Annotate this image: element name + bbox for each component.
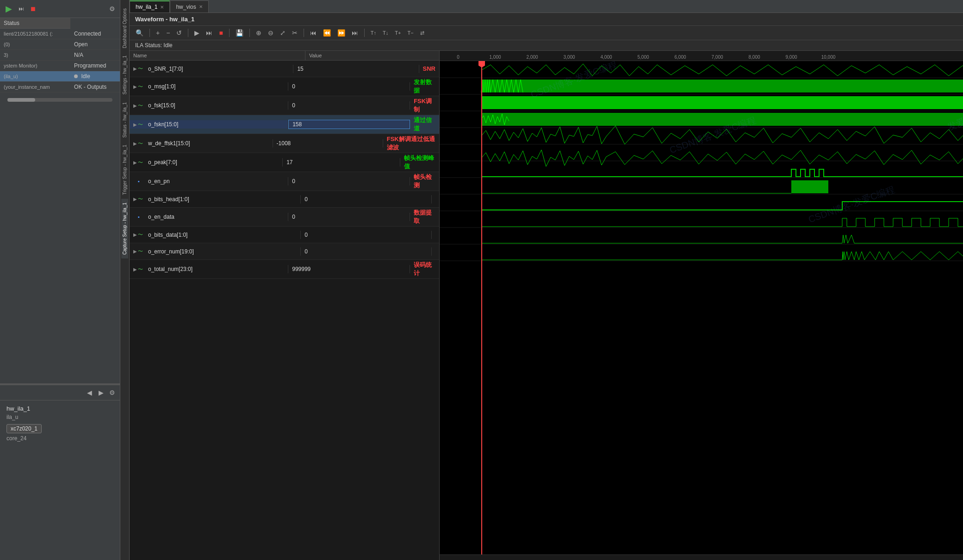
main-panel: hw_ila_1 ✕ hw_vios ✕ Waveform - hw_ila_1… (130, 0, 963, 560)
vtab-trigger[interactable]: Trigger Setup - hw_ila_1 (121, 141, 128, 199)
wave-icon: 〜 (138, 65, 146, 72)
ruler-mark-5000: 5,000 (625, 55, 662, 60)
signal-value-col: 999999 (288, 265, 410, 273)
table-row: (0) Open (0, 39, 120, 49)
settings-button[interactable]: ⚙ (108, 4, 116, 13)
vtab-settings[interactable]: Settings - hw_ila_1 (121, 52, 128, 98)
signal-name-col: ▶ 〜 o_fsk[15:0] (130, 101, 288, 110)
waveform-hscrollbar[interactable] (440, 554, 963, 560)
errornum-waveform (481, 235, 963, 243)
signal-name-label: o_en_data (146, 213, 286, 221)
refresh-button[interactable]: ↺ (174, 28, 184, 38)
run-all-button[interactable]: ⏭ (204, 28, 215, 38)
t1-button[interactable]: T↑ (368, 29, 379, 37)
waveform-display[interactable]: 0 1,000 2,000 3,000 4,000 5,000 6,000 7,… (440, 51, 963, 560)
forward-button[interactable]: ▶ (97, 388, 106, 397)
fsk-waveform (481, 96, 963, 109)
expand-icon[interactable]: ▶ (131, 232, 138, 237)
run-trigger-button[interactable]: ▶ (192, 28, 202, 38)
wave-icon: 〜 (138, 102, 146, 109)
tab-hw-vios[interactable]: hw_vios ✕ (170, 0, 208, 12)
tab-close-icon[interactable]: ✕ (199, 4, 203, 9)
signal-value-col: 0 (288, 101, 410, 110)
vtab-dashboard[interactable]: Dashboard Options (121, 5, 128, 52)
step-button[interactable]: ⏭ (17, 5, 26, 13)
bitshead-bar (791, 180, 828, 193)
name-column-header: Name (130, 51, 305, 60)
chip-section: xc7z020_1 (6, 424, 113, 433)
expand-icon[interactable]: ▶ (131, 122, 138, 127)
signal-value-col: 0 (301, 247, 432, 256)
search-signals-button[interactable]: 🔍 (133, 28, 146, 38)
expand-icon[interactable]: ▶ (131, 66, 138, 71)
vtab-capture[interactable]: Capture Setup - hw_ila_1 (121, 199, 128, 258)
signal-name-label: o_en_pn (146, 177, 286, 185)
bottom-toolbar: ◀ ▶ ⚙ (0, 385, 120, 400)
tab-close-icon[interactable]: ✕ (160, 5, 164, 10)
expand-icon[interactable]: ▶ (131, 160, 138, 165)
cursor-button[interactable]: ✂ (290, 28, 300, 38)
ruler-mark-10000: 10,000 (810, 55, 847, 60)
waveform-canvas[interactable]: CSDN博客·发爱C编程 CSDN博客·发爱C编程 CSDN博客·发爱C编程 发… (440, 61, 963, 554)
horizontal-scrollbar[interactable] (7, 98, 112, 102)
left-panel: ▶ ⏭ ■ ⚙ Status lient/210512180081 (: Con… (0, 0, 120, 560)
row-value-idle: Idle (70, 71, 120, 81)
next-button[interactable]: ⏩ (335, 28, 348, 38)
signal-name-label: o_peak[7:0] (146, 158, 280, 166)
run-button[interactable]: ▶ (4, 3, 14, 15)
toolbar-separator (188, 29, 188, 37)
row-value: Programmed (70, 60, 120, 71)
stop-trigger-button[interactable]: ■ (217, 28, 225, 38)
signal-name-label: o_fsk[15:0] (146, 101, 286, 110)
prev-button[interactable]: ⏪ (321, 28, 333, 38)
left-toolbar: ▶ ⏭ ■ ⚙ (0, 0, 120, 18)
remove-signal-button[interactable]: − (164, 28, 172, 38)
bit-icon: ▪ (138, 214, 146, 220)
signal-row-errornum: ▶ 〜 o_error_num[19:0] 0 (130, 243, 439, 260)
t2-button[interactable]: T↓ (380, 29, 391, 37)
signal-annotation-errornum (432, 251, 439, 252)
expand-icon[interactable]: ▶ (131, 197, 138, 202)
t4-button[interactable]: T− (405, 29, 416, 37)
signal-name-label: o_msg[1:0] (146, 82, 286, 91)
bottom-settings-button[interactable]: ⚙ (108, 388, 116, 397)
back-button[interactable]: ◀ (85, 388, 94, 397)
expand-icon[interactable]: ▶ (131, 84, 138, 89)
expand-icon[interactable]: ▶ (131, 249, 138, 254)
expand-icon[interactable]: ▶ (131, 141, 138, 146)
chip-badge[interactable]: xc7z020_1 (6, 424, 42, 433)
row-label: (0) (0, 39, 70, 49)
endata-waveform (481, 202, 963, 210)
zoom-out-button[interactable]: ⊖ (266, 28, 276, 38)
signal-row-bitsdata: ▶ 〜 o_bits_data[1:0] 0 (130, 227, 439, 243)
signal-annotation-totalnum: 误码统计 (410, 260, 439, 278)
goto-end-button[interactable]: ⏭ (349, 28, 360, 38)
signal-value-col: 158 (288, 120, 410, 129)
signal-value-col: 15 (293, 65, 419, 73)
signal-value-col: 0 (288, 213, 410, 221)
expand-icon[interactable]: ▶ (131, 103, 138, 108)
stop-button[interactable]: ■ (29, 3, 37, 15)
row-value: N/A (70, 49, 120, 60)
value-column-header: Value (305, 51, 439, 60)
toolbar-separator (229, 29, 230, 37)
signal-row-enpn: ▪ o_en_pn 0 帧头检测 (130, 172, 439, 191)
core-label: core_24 (6, 435, 113, 442)
add-signal-button[interactable]: + (154, 28, 162, 38)
tab-hw-ila-1[interactable]: hw_ila_1 ✕ (130, 0, 170, 12)
t3-button[interactable]: T+ (392, 29, 403, 37)
signal-value-col: 0 (301, 195, 432, 203)
zoom-in-button[interactable]: ⊕ (254, 28, 264, 38)
ruler-mark-1000: 1,000 (477, 55, 514, 60)
ruler-mark-2000: 2,000 (514, 55, 551, 60)
save-button[interactable]: 💾 (233, 28, 246, 38)
signal-annotation-endata: 数据提取 (410, 208, 439, 226)
t5-button[interactable]: ⇄ (418, 29, 427, 37)
vtab-status[interactable]: Status - hw_ila_1 (121, 98, 128, 142)
fit-button[interactable]: ⤢ (278, 28, 288, 38)
signal-value-col: 0 (288, 82, 410, 91)
goto-start-button[interactable]: ⏮ (308, 28, 319, 38)
expand-icon[interactable]: ▶ (131, 267, 138, 272)
peak-waveform (481, 150, 963, 166)
signal-name-col: ▶ 〜 o_total_num[23:0] (130, 265, 288, 273)
